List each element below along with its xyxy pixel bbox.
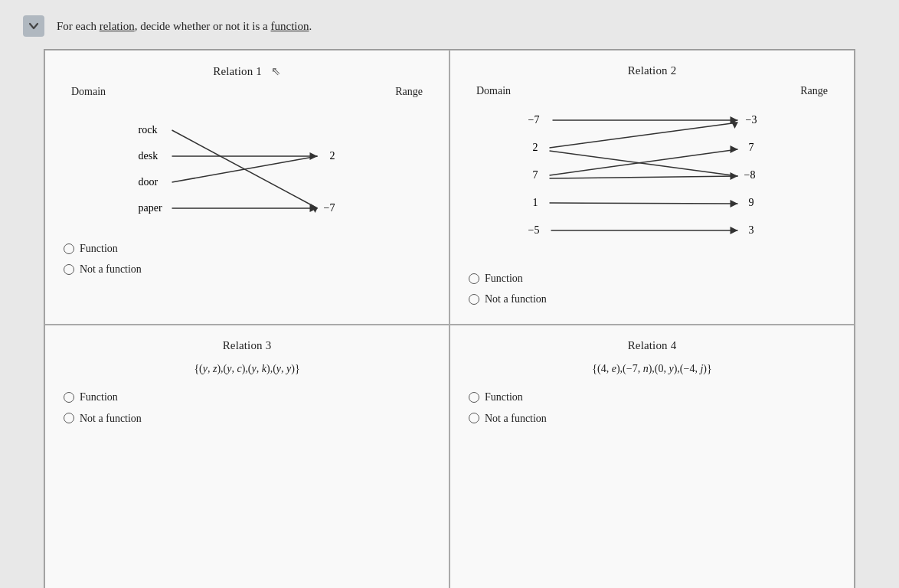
relation1-diagram: rock desk door paper 2 −7 — [64, 104, 430, 227]
svg-text:2: 2 — [330, 150, 335, 162]
relation2-function-label: Function — [485, 269, 523, 288]
relation2-options: Function Not a function — [469, 269, 835, 309]
relation1-title: Relation 1 ⇖ — [64, 64, 430, 78]
relation3-notfunction-option[interactable]: Not a function — [64, 409, 430, 428]
instruction-text: For each relation, decide whether or not… — [57, 20, 312, 33]
svg-line-28 — [550, 149, 738, 175]
svg-text:7: 7 — [749, 142, 754, 153]
svg-line-27 — [550, 151, 738, 176]
relation2-cell: Relation 2 Domain Range −7 2 7 1 −5 −3 7… — [450, 50, 855, 325]
relation3-notfunction-radio[interactable] — [64, 413, 74, 423]
relation2-notfunction-radio[interactable] — [469, 294, 479, 305]
relation4-notfunction-option[interactable]: Not a function — [469, 409, 835, 428]
svg-text:7: 7 — [533, 169, 538, 181]
relation2-diagram: −7 2 7 1 −5 −3 7 −8 9 3 — [469, 103, 835, 256]
relation1-function-option[interactable]: Function — [64, 239, 430, 258]
svg-marker-35 — [731, 227, 738, 234]
svg-text:2: 2 — [533, 142, 538, 153]
relation4-function-option[interactable]: Function — [469, 387, 835, 407]
svg-text:9: 9 — [749, 197, 754, 208]
svg-line-32 — [550, 203, 738, 204]
relation1-options: Function Not a function — [64, 239, 430, 279]
main-grid: Relation 1 ⇖ Domain Range rock desk door… — [44, 49, 855, 588]
relation2-range-label: Range — [800, 85, 828, 97]
relation3-title: Relation 3 — [64, 339, 430, 352]
svg-text:1: 1 — [533, 197, 538, 208]
relation2-function-radio[interactable] — [469, 273, 479, 284]
relation4-set: {(4, e),(−7, n),(0, y),(−4, j)} — [469, 363, 835, 375]
relation4-notfunction-label: Not a function — [485, 409, 547, 428]
svg-text:door: door — [139, 176, 159, 188]
svg-marker-31 — [731, 172, 738, 180]
relation4-function-radio[interactable] — [469, 392, 479, 403]
relation2-title: Relation 2 — [469, 64, 835, 77]
relation2-notfunction-option[interactable]: Not a function — [469, 289, 835, 309]
svg-line-10 — [172, 156, 318, 182]
relation1-notfunction-label: Not a function — [80, 260, 142, 279]
relation1-domain-label: Domain — [71, 86, 106, 98]
relation3-notfunction-label: Not a function — [80, 409, 142, 428]
svg-text:rock: rock — [139, 124, 158, 136]
relation1-function-label: Function — [80, 239, 118, 258]
relation-underline: relation — [100, 20, 135, 32]
relation3-function-option[interactable]: Function — [64, 387, 430, 407]
relation1-range-label: Range — [395, 86, 423, 98]
relation4-cell: Relation 4 {(4, e),(−7, n),(0, y),(−4, j… — [450, 325, 855, 588]
relation1-function-radio[interactable] — [64, 243, 74, 254]
function-underline: function — [271, 20, 309, 32]
svg-text:−3: −3 — [746, 114, 757, 126]
relation1-notfunction-option[interactable]: Not a function — [64, 260, 430, 279]
relation2-labels: Domain Range — [469, 85, 835, 97]
relation3-function-label: Function — [80, 387, 118, 407]
relation3-options: Function Not a function — [64, 387, 430, 427]
svg-text:desk: desk — [139, 150, 159, 162]
svg-line-25 — [550, 122, 738, 148]
svg-line-30 — [550, 176, 738, 178]
collapse-button[interactable] — [23, 15, 44, 37]
svg-text:−5: −5 — [528, 224, 540, 236]
svg-marker-33 — [731, 200, 738, 207]
svg-text:3: 3 — [749, 224, 754, 236]
relation3-function-radio[interactable] — [64, 392, 74, 403]
svg-text:−7: −7 — [528, 114, 540, 126]
relation1-notfunction-radio[interactable] — [64, 264, 74, 275]
relation4-function-label: Function — [485, 387, 523, 407]
svg-marker-29 — [731, 145, 738, 153]
relation3-cell: Relation 3 {(y, z),(y, c),(y, k),(y, y)}… — [44, 325, 450, 588]
svg-text:−8: −8 — [744, 169, 756, 181]
relation2-domain-label: Domain — [476, 85, 511, 97]
relation1-cell: Relation 1 ⇖ Domain Range rock desk door… — [44, 50, 450, 325]
relation2-notfunction-label: Not a function — [485, 289, 547, 309]
relation3-set: {(y, z),(y, c),(y, k),(y, y)} — [64, 363, 430, 375]
svg-text:paper: paper — [139, 202, 162, 214]
relation4-title: Relation 4 — [469, 339, 835, 352]
svg-text:−7: −7 — [324, 202, 335, 214]
relation1-labels: Domain Range — [64, 86, 430, 98]
relation2-function-option[interactable]: Function — [469, 269, 835, 288]
relation4-notfunction-radio[interactable] — [469, 413, 479, 423]
relation4-options: Function Not a function — [469, 387, 835, 427]
